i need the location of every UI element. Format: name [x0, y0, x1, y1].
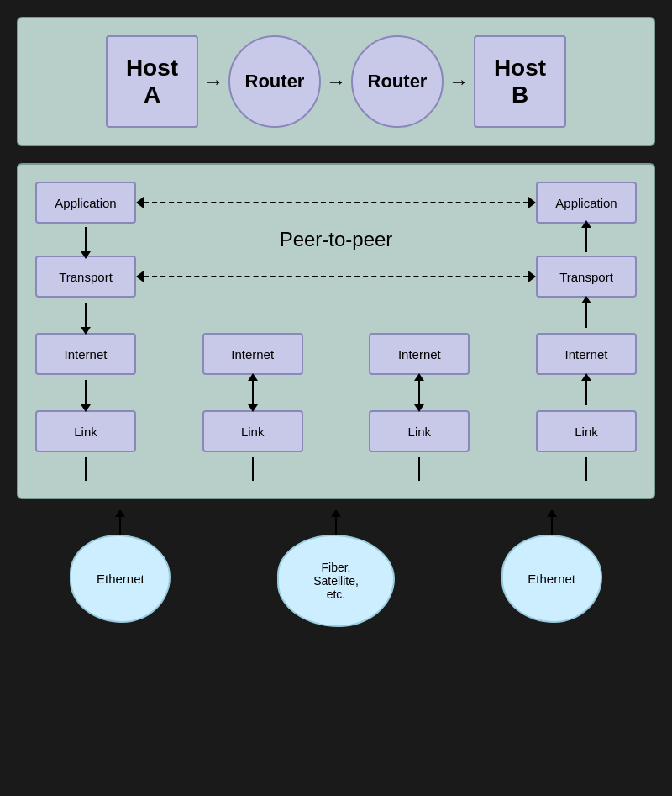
app-box-right: Application: [536, 182, 637, 224]
col1-link-line: [85, 457, 87, 481]
col4-up-arrow: [585, 303, 587, 328]
peer-to-peer-label: Peer-to-peer: [280, 228, 393, 250]
cloud-col-ethernet1: Ethernet: [70, 516, 171, 623]
cloud-row: Ethernet Fiber, Satellite, etc. Ethernet: [17, 516, 655, 627]
col3-int-link-line: [418, 380, 420, 405]
link-box-col1: Link: [35, 410, 136, 452]
internet-box-col3: Internet: [369, 333, 470, 375]
col3-int-link-down-tip: [414, 404, 424, 412]
link-box-col4: Link: [536, 410, 637, 452]
col2-internet-link-arrow: [202, 380, 303, 405]
link-col4-label: Link: [575, 424, 598, 439]
col4-int-link-up: [585, 380, 587, 405]
link-col1-label: Link: [74, 424, 97, 439]
fiber-up-tip: [331, 509, 341, 517]
ethernet2-up-tip: [547, 509, 557, 517]
transport-dashed-left-tip: [136, 271, 144, 282]
col1-down-arrow: [85, 303, 87, 328]
bottom-inner: Application Application Peer-to-peer: [35, 182, 637, 481]
transport-dashed-line: [136, 271, 536, 282]
internet-col3-label: Internet: [398, 347, 441, 361]
app-box-left: Application: [35, 182, 136, 224]
ethernet1-top-connector: [119, 516, 121, 535]
cloud-col-fiber: Fiber, Satellite, etc.: [277, 516, 395, 627]
fiber-label: Fiber, Satellite, etc.: [313, 561, 359, 601]
app-row: Application Application: [35, 182, 637, 224]
col1-transport-internet-arrow: [35, 303, 136, 328]
host-b-label: Host B: [494, 55, 546, 108]
ethernet2-top-connector: [551, 516, 553, 535]
internet-box-col4: Internet: [536, 333, 637, 375]
link-col2-label: Link: [241, 424, 265, 439]
col1-internet-link-arrow: [35, 380, 136, 405]
left-app-transport-connector: [35, 227, 136, 252]
link-box-col3: Link: [369, 410, 470, 452]
link-row: Link Link Link Link: [35, 410, 637, 452]
app-left-label: Application: [55, 196, 116, 210]
transport-dashed-arrow: [136, 271, 536, 282]
transport-internet-connectors: [35, 303, 637, 328]
link-col3-label: Link: [408, 424, 432, 439]
bottom-diagram: Application Application Peer-to-peer: [17, 163, 655, 499]
right-app-transport-connector: [536, 227, 637, 252]
col4-link-line: [585, 457, 587, 481]
col1-int-link-down: [85, 380, 87, 405]
host-a-box: Host A: [106, 35, 198, 128]
internet-col4-label: Internet: [565, 347, 608, 361]
col3-internet-link-arrow: [369, 380, 470, 405]
cloud-col-ethernet2: Ethernet: [501, 516, 602, 623]
col4-link-bottom: [536, 457, 637, 481]
arrow-router2-to-host-b: →: [444, 70, 474, 93]
col2-link-bottom: [202, 457, 303, 481]
arrow-host-a-to-router1: →: [198, 70, 228, 93]
peer-row: Peer-to-peer: [35, 227, 637, 252]
col4-internet-link-arrow: [536, 380, 637, 405]
col2-int-link-down-tip: [248, 404, 258, 412]
app-dashed-right-tip: [528, 197, 536, 208]
cloud-ethernet2: Ethernet: [501, 535, 602, 623]
cloud-fiber: Fiber, Satellite, etc.: [277, 535, 395, 627]
col2-link-line: [252, 457, 254, 481]
internet-box-col2: Internet: [202, 333, 303, 375]
app-down-arrow-left: [85, 227, 87, 252]
col3-link-line: [418, 457, 420, 481]
router1-label: Router: [245, 71, 305, 92]
transport-left-label: Transport: [59, 270, 113, 284]
ethernet2-label: Ethernet: [528, 572, 575, 586]
app-dashed-line: [136, 197, 536, 208]
transport-right-label: Transport: [559, 270, 613, 284]
app-dashed-left-tip: [136, 197, 144, 208]
internet-col1-label: Internet: [65, 347, 108, 361]
host-a-label: Host A: [126, 55, 178, 108]
col3-int-link-up-tip: [414, 373, 424, 381]
app-up-arrow-right: [585, 227, 587, 252]
internet-box-col1: Internet: [35, 333, 136, 375]
top-diagram: Host A → Router → Router → Host B: [17, 17, 655, 146]
ethernet1-label: Ethernet: [97, 572, 144, 586]
internet-row: Internet Internet Internet Internet: [35, 333, 637, 375]
link-bottom-connectors: [35, 457, 637, 481]
link-box-col2: Link: [202, 410, 303, 452]
col2-int-link-up-tip: [248, 373, 258, 381]
arrow-router1-to-router2: →: [321, 70, 351, 93]
fiber-top-connector: [335, 516, 337, 535]
app-dashed-arrow: [136, 197, 536, 208]
router1-circle: Router: [228, 35, 321, 128]
app-dashed-line-body: [144, 202, 528, 203]
col4-transport-internet-arrow: [536, 303, 637, 328]
router2-circle: Router: [351, 35, 444, 128]
ethernet1-up-tip: [115, 509, 125, 517]
transport-dashed-right-tip: [528, 271, 536, 282]
col2-int-link-line: [252, 380, 254, 405]
transport-row: Transport Transport: [35, 256, 637, 298]
internet-col2-label: Internet: [231, 347, 274, 361]
peer-label-container: Peer-to-peer: [136, 228, 536, 251]
col3-empty-top: [369, 303, 470, 328]
cloud-ethernet1: Ethernet: [70, 535, 171, 623]
internet-link-connectors: [35, 380, 637, 405]
transport-box-right: Transport: [536, 256, 637, 298]
router2-label: Router: [368, 71, 428, 92]
transport-box-left: Transport: [35, 256, 136, 298]
col2-empty-top: [202, 303, 303, 328]
host-b-box: Host B: [474, 35, 566, 128]
